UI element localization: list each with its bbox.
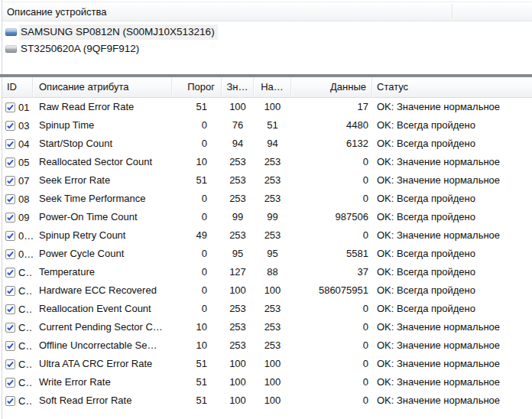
cell-status: OK: Значение нормальное xyxy=(372,391,532,410)
attribute-checkbox[interactable] xyxy=(5,194,15,204)
cell-status: OK: Всегда пройдено xyxy=(372,116,532,135)
cell-worst: 100 xyxy=(254,373,291,391)
device-item-samsung[interactable]: SAMSUNG SP0812N (S00MJ10X513216) xyxy=(2,24,532,41)
attribute-checkbox[interactable] xyxy=(5,268,15,278)
check-icon xyxy=(6,103,15,112)
table-row[interactable]: 09Power-On Time Count09999987506OK: Всег… xyxy=(2,208,532,226)
check-icon xyxy=(6,213,15,222)
device-item-seagate[interactable]: ST3250620A (9QF9F912) xyxy=(2,41,532,57)
cell-worst: 100 xyxy=(254,281,291,300)
attribute-header-row: IDОписание атрибутаПорогЗн…На…ДанныеСтат… xyxy=(2,77,532,98)
cell-value: 253 xyxy=(222,226,254,245)
cell-threshold: 10 xyxy=(172,318,222,336)
attribute-checkbox[interactable] xyxy=(5,396,15,406)
table-row[interactable]: 07Seek Error Rate512532530OK: Значение н… xyxy=(2,171,532,190)
check-icon xyxy=(6,232,15,240)
table-row[interactable]: C…Current Pending Sector C…102532530OK: … xyxy=(2,318,532,336)
cell-status: OK: Значение нормальное xyxy=(372,318,532,336)
table-row[interactable]: C…Hardware ECC Recovered0100100586075951… xyxy=(2,281,532,300)
attribute-checkbox[interactable] xyxy=(5,213,15,222)
table-row[interactable]: C…Temperature01278837OK: Всегда пройдено xyxy=(2,263,532,281)
attribute-id: 05 xyxy=(18,157,29,168)
cell-worst: 253 xyxy=(254,171,291,190)
cell-threshold: 0 xyxy=(172,263,222,281)
column-header-description[interactable]: Описание атрибута xyxy=(33,77,172,97)
cell-worst: 95 xyxy=(254,245,291,263)
attribute-checkbox[interactable] xyxy=(5,286,15,296)
table-row[interactable]: C…Offline Uncorrectable Se…102532530OK: … xyxy=(2,336,532,355)
device-header-separator[interactable] xyxy=(452,4,453,19)
cell-value: 100 xyxy=(222,281,254,300)
cell-data: 586075951 xyxy=(291,281,372,300)
cell-threshold: 51 xyxy=(172,355,222,373)
cell-status: OK: Значение нормальное xyxy=(372,98,532,116)
table-row[interactable]: 04Start/Stop Count094946132OK: Всегда пр… xyxy=(2,135,532,153)
cell-description: Spinup Time xyxy=(33,116,172,135)
hdd-drive-icon xyxy=(5,28,17,36)
column-header-value[interactable]: Зн… xyxy=(222,77,254,97)
table-row[interactable]: C…Reallocation Event Count02532530OK: Вс… xyxy=(2,300,532,318)
cell-description: Current Pending Sector C… xyxy=(33,318,172,336)
column-header-status[interactable]: Статус xyxy=(372,77,532,97)
table-row[interactable]: 03Spinup Time076514480OK: Всегда пройден… xyxy=(2,116,532,135)
device-panel-header[interactable]: Описание устройства xyxy=(2,2,532,21)
table-row[interactable]: 01Raw Read Error Rate5110010017OK: Значе… xyxy=(2,98,532,116)
attribute-checkbox[interactable] xyxy=(5,341,15,351)
column-header-threshold[interactable]: Порог xyxy=(172,77,222,97)
attribute-checkbox[interactable] xyxy=(5,304,15,314)
table-row[interactable]: 0…Spinup Retry Count492532530OK: Значени… xyxy=(2,226,532,245)
attribute-checkbox[interactable] xyxy=(5,139,15,149)
cell-threshold: 49 xyxy=(172,226,222,245)
attribute-checkbox[interactable] xyxy=(5,378,15,388)
attribute-checkbox[interactable] xyxy=(5,323,15,333)
attribute-checkbox[interactable] xyxy=(5,121,15,131)
attribute-checkbox[interactable] xyxy=(5,249,15,259)
attribute-checkbox[interactable] xyxy=(5,102,15,112)
table-row[interactable]: 0…Power Cycle Count095955581OK: Всегда п… xyxy=(2,245,532,263)
table-row[interactable]: C…Write Error Rate511001000OK: Значение … xyxy=(2,373,532,391)
attribute-checkbox[interactable] xyxy=(5,231,15,241)
attribute-checkbox[interactable] xyxy=(5,359,15,369)
cell-value: 127 xyxy=(222,263,254,281)
cell-value: 94 xyxy=(222,135,254,153)
cell-id: 09 xyxy=(2,208,33,226)
cell-id: 04 xyxy=(2,135,33,153)
attribute-checkbox[interactable] xyxy=(5,158,15,167)
column-header-id[interactable]: ID xyxy=(2,77,33,97)
table-row[interactable]: 05Reallocated Sector Count102532530OK: З… xyxy=(2,153,532,171)
cell-status: OK: Всегда пройдено xyxy=(372,263,532,281)
cell-status: OK: Всегда пройдено xyxy=(372,190,532,208)
cell-id: C… xyxy=(2,318,33,336)
attribute-id: 07 xyxy=(18,175,29,187)
cell-id: 0… xyxy=(2,245,33,263)
attribute-id: 01 xyxy=(18,102,29,113)
check-icon xyxy=(6,268,15,277)
cell-threshold: 51 xyxy=(172,98,222,116)
table-row[interactable]: 08Seek Time Performance02532530OK: Всегд… xyxy=(2,190,532,208)
check-icon xyxy=(6,250,15,258)
cell-data: 987506 xyxy=(291,208,372,226)
cell-value: 100 xyxy=(222,98,254,116)
cell-value: 100 xyxy=(222,355,254,373)
cell-threshold: 0 xyxy=(172,281,222,300)
column-header-worst[interactable]: На… xyxy=(254,77,291,97)
cell-value: 253 xyxy=(222,171,254,190)
cell-worst: 100 xyxy=(254,98,291,116)
cell-status: OK: Всегда пройдено xyxy=(372,135,532,153)
cell-id: 05 xyxy=(2,153,33,171)
cell-value: 253 xyxy=(222,336,254,355)
cell-status: OK: Значение нормальное xyxy=(372,336,532,355)
table-row[interactable]: C…Ultra ATA CRC Error Rate511001000OK: З… xyxy=(2,355,532,373)
column-header-data[interactable]: Данные xyxy=(291,77,372,97)
device-label: ST3250620A (9QF9F912) xyxy=(19,41,142,57)
cell-data: 0 xyxy=(291,391,372,410)
attribute-rows: 01Raw Read Error Rate5110010017OK: Значе… xyxy=(2,98,532,410)
cell-threshold: 0 xyxy=(172,208,222,226)
cell-threshold: 0 xyxy=(172,245,222,263)
check-icon xyxy=(6,195,15,203)
cell-description: Ultra ATA CRC Error Rate xyxy=(33,355,172,373)
table-row[interactable]: C…Soft Read Error Rate511001000OK: Значе… xyxy=(2,391,532,410)
cell-id: 01 xyxy=(2,98,33,116)
attribute-checkbox[interactable] xyxy=(5,176,15,186)
cell-worst: 88 xyxy=(254,263,291,281)
